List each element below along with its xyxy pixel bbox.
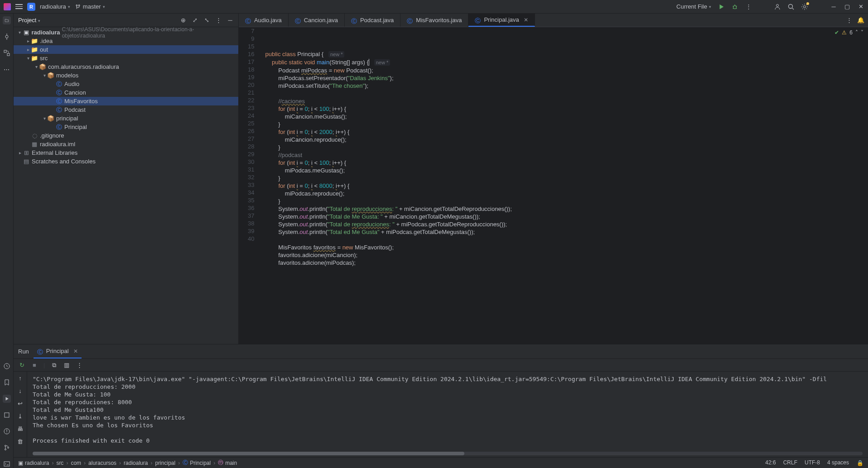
minimize-button[interactable]: ─ [830,3,837,10]
close-button[interactable]: ✕ [857,3,864,10]
caret-position[interactable]: 42:6 [765,459,776,467]
collapse-all-icon[interactable]: ⤡ [203,17,210,24]
more-tools-button[interactable]: ⋯ [3,65,11,73]
hide-panel-icon[interactable]: ─ [227,17,234,24]
main-menu-button[interactable] [15,4,23,9]
clear-icon[interactable]: 🗑 [17,438,24,445]
line-separator[interactable]: CRLF [783,459,797,467]
tree-iml[interactable]: ▦radioalura.iml [14,140,238,148]
close-tab-icon[interactable]: ✕ [524,17,528,23]
select-opened-icon[interactable]: ⊕ [179,17,187,24]
debug-button[interactable] [731,3,738,10]
down-stack-icon[interactable]: ↓ [17,387,24,394]
panel-options-icon[interactable]: ⋮ [215,17,222,24]
tab-audio[interactable]: ⒸAudio.java [239,14,289,27]
run-more-icon[interactable]: ⋮ [76,362,83,369]
crumb-method[interactable]: ⓜ main [218,459,237,467]
tab-misfavoritos[interactable]: ⒸMisFavoritos.java [400,14,468,27]
run-tool-button[interactable] [3,395,11,403]
prev-highlight-icon[interactable]: ˄ [855,29,858,37]
tree-root[interactable]: ▾▣radioaluraC:\Users\ASUS\Documents\apli… [14,28,238,37]
tree-audio[interactable]: ⒸAudio [14,80,238,88]
crumb-com[interactable]: com [71,460,81,466]
code-editor[interactable]: 7915161718192021222324252627282930313233… [239,27,868,344]
scroll-end-icon[interactable]: ⤓ [17,412,24,420]
tree-src[interactable]: ▾📁src [14,54,238,62]
crumb-module[interactable]: ▣ radioalura [18,460,49,466]
tree-package[interactable]: ▾📦com.aluracursos.radioalura [14,62,238,71]
svg-point-10 [5,445,6,447]
project-selector[interactable]: radioalura▾ [40,3,70,10]
problems-tool-button[interactable] [3,427,11,435]
run-config-tab[interactable]: ⒸPrincipal✕ [34,344,82,358]
bookmarks-tool-button[interactable] [3,378,11,387]
inspection-widget[interactable]: ✔ ⚠ 6 ˄ ˅ [834,29,863,37]
structure-tool-button[interactable] [3,49,11,57]
problems-count: 6 [849,29,853,37]
project-badge[interactable]: R [27,3,35,11]
close-run-tab-icon[interactable]: ✕ [73,348,78,354]
run-label: Run [18,348,29,355]
project-panel: Project ▾ ⊕ ⤢ ⤡ ⋮ ─ ▾▣radioaluraC:\Users… [14,14,239,344]
layout-icon[interactable]: ▥ [63,362,70,369]
terminal-tool-button[interactable] [3,460,11,468]
crumb-src[interactable]: src [56,460,63,466]
project-panel-title[interactable]: Project ▾ [18,17,40,24]
build-tool-button[interactable] [3,411,11,419]
tab-cancion[interactable]: ⒸCancion.java [289,14,345,27]
tabs-list-icon[interactable]: ⋮ [845,17,853,24]
print-icon[interactable]: 🖶 [17,425,24,432]
crumb-radioalura[interactable]: radioalura [124,460,148,466]
crumb-aluracursos[interactable]: aluracursos [88,460,116,466]
settings-icon[interactable] [801,3,808,10]
branch-selector[interactable]: master▾ [75,3,105,10]
crumb-class[interactable]: Ⓒ Principal [183,459,211,467]
editor-tabs: ⒸAudio.java ⒸCancion.java ⒸPodcast.java … [239,14,868,27]
indent-status[interactable]: 4 spaces [827,459,849,467]
code-with-me-icon[interactable] [774,3,781,10]
tree-misfavoritos[interactable]: ⒸMisFavoritos [14,97,238,105]
project-tool-button[interactable] [3,16,11,24]
filter-icon[interactable]: ⧉ [50,362,58,369]
svg-point-0 [733,5,737,9]
git-tool-button[interactable] [3,444,11,452]
console-scrollbar[interactable] [33,452,863,455]
notifications-icon[interactable]: 🔔 [857,17,864,24]
tree-external[interactable]: ▸⊞External Libraries [14,148,238,157]
expand-all-icon[interactable]: ⤢ [191,17,198,24]
svg-rect-6 [7,53,10,56]
tab-principal[interactable]: ⒸPrincipal.java✕ [468,14,535,27]
tree-cancion[interactable]: ⒸCancion [14,88,238,97]
crumb-principal[interactable]: principal [155,460,175,466]
run-button[interactable] [718,3,725,10]
soft-wrap-icon[interactable]: ↩ [17,400,24,407]
file-encoding[interactable]: UTF-8 [805,459,820,467]
svg-rect-13 [4,462,10,466]
more-actions-button[interactable]: ⋮ [745,3,752,10]
project-tree[interactable]: ▾▣radioaluraC:\Users\ASUS\Documents\apli… [14,27,238,344]
readonly-lock-icon[interactable]: 🔒 [856,459,863,467]
rerun-icon[interactable]: ↻ [18,362,25,369]
services-tool-button[interactable] [3,362,11,370]
editor-area: ⒸAudio.java ⒸCancion.java ⒸPodcast.java … [239,14,868,344]
tree-modelos[interactable]: ▾📦modelos [14,71,238,80]
tree-out[interactable]: ▸📁out [14,45,238,54]
tree-principal-pkg[interactable]: ▾📦principal [14,114,238,123]
left-toolbar: ⋯ [0,14,14,468]
run-config-selector[interactable]: Current File▾ [676,3,711,10]
tree-principal-cls[interactable]: ⒸPrincipal [14,123,238,131]
tree-scratches[interactable]: ▤Scratches and Consoles [14,157,238,166]
svg-point-2 [789,4,793,8]
next-highlight-icon[interactable]: ˅ [861,29,863,37]
up-stack-icon[interactable]: ↑ [17,374,24,382]
chevron-down-icon: ▾ [68,5,70,9]
stop-icon[interactable]: ■ [31,362,38,369]
maximize-button[interactable]: ▢ [844,3,851,10]
tree-gitignore[interactable]: ◌.gitignore [14,131,238,140]
console-output[interactable]: "C:\Program Files\Java\jdk-17\bin\java.e… [27,372,868,452]
commit-tool-button[interactable] [3,33,11,41]
search-icon[interactable] [787,3,795,10]
tab-podcast[interactable]: ⒸPodcast.java [345,14,400,27]
svg-point-1 [776,4,779,6]
tree-podcast[interactable]: ⒸPodcast [14,105,238,114]
